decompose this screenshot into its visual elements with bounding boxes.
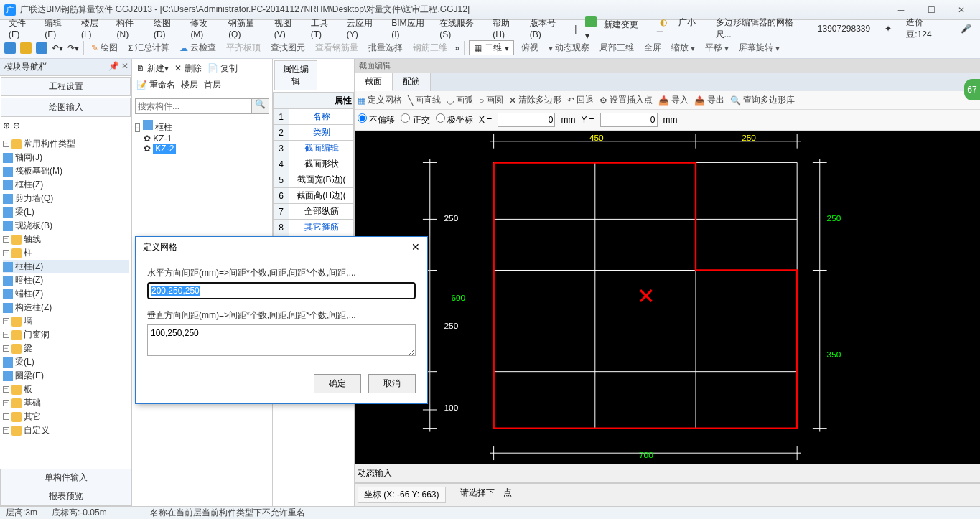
menu-draw[interactable]: 绘图(D) bbox=[149, 16, 186, 41]
menu-cloud[interactable]: 云应用(Y) bbox=[342, 16, 387, 41]
dyn-button[interactable]: ▾ 动态观察 bbox=[546, 40, 592, 55]
nav-draw-input[interactable]: 绘图输入 bbox=[1, 98, 131, 117]
menu-bim[interactable]: BIM应用(I) bbox=[387, 16, 435, 41]
define-grid-button[interactable]: ▦定义网格 bbox=[358, 94, 402, 106]
v-spacing-label: 垂直方向间距(mm)=>间距*个数,间距,间距*个数,间距,... bbox=[147, 309, 416, 322]
section-editor-title: 截面编辑 bbox=[355, 59, 980, 73]
beam-icon bbox=[3, 207, 13, 218]
undo-icon[interactable]: ↶▾ bbox=[52, 43, 63, 53]
drawing-canvas[interactable]: 450 250 250 250 100 600 250 350 700 bbox=[355, 131, 980, 464]
draw-button[interactable]: ✎绘图 bbox=[88, 40, 121, 55]
menu-help[interactable]: 帮助(H) bbox=[488, 16, 525, 41]
menu-edit[interactable]: 编辑(E) bbox=[40, 16, 77, 41]
bird-button[interactable]: 俯视 bbox=[518, 40, 541, 55]
new-button[interactable]: 🗎 新建▾ bbox=[135, 62, 170, 75]
svg-text:450: 450 bbox=[589, 133, 604, 143]
y-input[interactable] bbox=[600, 113, 658, 127]
rename-button[interactable]: 📝 重命名 bbox=[135, 78, 177, 92]
view-mode-combo[interactable]: ▦二维▾ bbox=[469, 40, 514, 55]
menu-online[interactable]: 在线服务(S) bbox=[435, 16, 488, 41]
property-table: 属性 1名称 2类别 3截面编辑 4截面形状 5截面宽(B边)( 6截面高(H边… bbox=[273, 93, 354, 251]
cancel-button[interactable]: 取消 bbox=[368, 374, 416, 393]
add-icon[interactable]: ⊕ bbox=[3, 121, 10, 131]
insert-point-button[interactable]: ⚙ 设置插入点 bbox=[599, 94, 653, 106]
opt-polar[interactable]: 极坐标 bbox=[436, 113, 473, 126]
opt-ortho[interactable]: 正交 bbox=[401, 113, 429, 126]
menu-version[interactable]: 版本号(B) bbox=[526, 16, 570, 41]
nav-report[interactable]: 报表预览 bbox=[0, 487, 131, 506]
local3d-button[interactable]: 局部三维 bbox=[597, 40, 637, 55]
copy-button[interactable]: 📄 复制 bbox=[206, 62, 239, 75]
arc-button[interactable]: ◡ 画弧 bbox=[447, 94, 473, 106]
folder-icon bbox=[11, 139, 22, 149]
search-icon[interactable]: 🔍 bbox=[252, 98, 269, 114]
dialog-close-icon[interactable]: ✕ bbox=[411, 241, 420, 253]
notification-bubble[interactable]: 67 bbox=[964, 79, 980, 100]
opt-nooffset[interactable]: 不偏移 bbox=[358, 113, 395, 126]
dynamic-input-label: 动态输入 bbox=[358, 467, 392, 480]
redo-icon[interactable]: ↷▾ bbox=[67, 43, 79, 53]
v-spacing-input[interactable]: 100,250,250 bbox=[147, 324, 416, 356]
query-lib-button[interactable]: 🔍 查询多边形库 bbox=[730, 94, 795, 106]
svg-text:600: 600 bbox=[451, 293, 465, 303]
new-icon[interactable] bbox=[4, 42, 16, 54]
ok-button[interactable]: 确定 bbox=[314, 374, 361, 393]
column-icon bbox=[3, 180, 13, 190]
remove-icon[interactable]: ⊖ bbox=[13, 121, 20, 131]
nav-project-settings[interactable]: 工程设置 bbox=[1, 77, 131, 96]
prop-tab[interactable]: 属性编辑 bbox=[274, 60, 317, 90]
circle-button[interactable]: ○ 画圆 bbox=[479, 94, 503, 106]
h-spacing-label: 水平方向间距(mm)=>间距*个数,间距,间距*个数,间距,... bbox=[147, 267, 416, 279]
flat-button[interactable]: 平齐板顶 bbox=[223, 40, 263, 55]
wall-icon bbox=[3, 194, 13, 204]
svg-text:350: 350 bbox=[827, 350, 841, 360]
component-tree: −常用构件类型 轴网(J) 筏板基础(M) 框柱(Z) 剪力墙(Q) 梁(L) … bbox=[0, 134, 131, 469]
export-button[interactable]: 📤 导出 bbox=[694, 94, 724, 106]
svg-text:250: 250 bbox=[827, 213, 841, 223]
import-button[interactable]: 📥 导入 bbox=[658, 94, 689, 106]
user-button[interactable]: ◐ 广小二 bbox=[651, 15, 711, 42]
open-icon[interactable] bbox=[20, 42, 32, 54]
menu-tool[interactable]: 工具(T) bbox=[307, 16, 342, 41]
clear-poly-button[interactable]: ✕ 清除多边形 bbox=[509, 94, 561, 106]
menu-floor[interactable]: 楼层(L) bbox=[77, 16, 113, 41]
menu-modify[interactable]: 修改(M) bbox=[186, 16, 224, 41]
search-input[interactable] bbox=[135, 98, 252, 114]
undo-button[interactable]: ↶ 回退 bbox=[567, 94, 594, 106]
sum-button[interactable]: Σ 汇总计算 bbox=[125, 40, 172, 55]
nav-single-input[interactable]: 单构件输入 bbox=[0, 469, 131, 487]
delete-button[interactable]: ✕ 删除 bbox=[173, 62, 202, 75]
floor-button[interactable]: 楼层 bbox=[179, 78, 200, 92]
slab-icon bbox=[3, 221, 13, 231]
save-icon[interactable] bbox=[36, 42, 47, 54]
cloud-check-button[interactable]: ☁云检查 bbox=[177, 40, 219, 55]
tab-rebar[interactable]: 配筋 bbox=[393, 73, 431, 91]
menu-component[interactable]: 构件(N) bbox=[112, 16, 149, 41]
zoom-button[interactable]: 缩放 ▾ bbox=[668, 40, 698, 55]
full-button[interactable]: 全屏 bbox=[641, 40, 664, 55]
rotate-button[interactable]: 屏幕旋转 ▾ bbox=[736, 40, 783, 55]
nav-panel-title: 模块导航栏📌 ✕ bbox=[0, 59, 131, 76]
find-button[interactable]: 查找图元 bbox=[268, 40, 308, 55]
s3d-button[interactable]: 钢筋三维 bbox=[410, 40, 450, 55]
dialog-title: 定义网格 bbox=[143, 241, 177, 253]
new-change-button[interactable]: 新建变更 ▾ bbox=[581, 14, 651, 42]
tab-section[interactable]: 截面 bbox=[355, 73, 393, 91]
first-floor-button[interactable]: 首层 bbox=[202, 78, 223, 92]
h-spacing-input[interactable] bbox=[147, 282, 416, 299]
bottom-elev-label: 底标高:-0.05m bbox=[52, 507, 107, 519]
pin-icon[interactable]: 📌 ✕ bbox=[108, 61, 129, 71]
phone-label: 13907298339 bbox=[813, 22, 874, 35]
raft-icon bbox=[3, 167, 13, 177]
menu-view[interactable]: 视图(V) bbox=[270, 16, 307, 41]
mic-icon[interactable]: 🎤 bbox=[956, 22, 976, 35]
menu-rebar[interactable]: 钢筋量(Q) bbox=[224, 16, 270, 41]
batch-button[interactable]: 批量选择 bbox=[365, 40, 406, 55]
grid-icon bbox=[3, 153, 13, 163]
x-input[interactable] bbox=[498, 113, 555, 127]
line-button[interactable]: ╲ 画直线 bbox=[408, 94, 441, 106]
menu-file[interactable]: 文件(F) bbox=[4, 16, 40, 41]
selected-component[interactable]: KZ-2 bbox=[153, 144, 176, 154]
steel-button[interactable]: 查看钢筋量 bbox=[312, 40, 361, 55]
pan-button[interactable]: 平移 ▾ bbox=[702, 40, 732, 55]
